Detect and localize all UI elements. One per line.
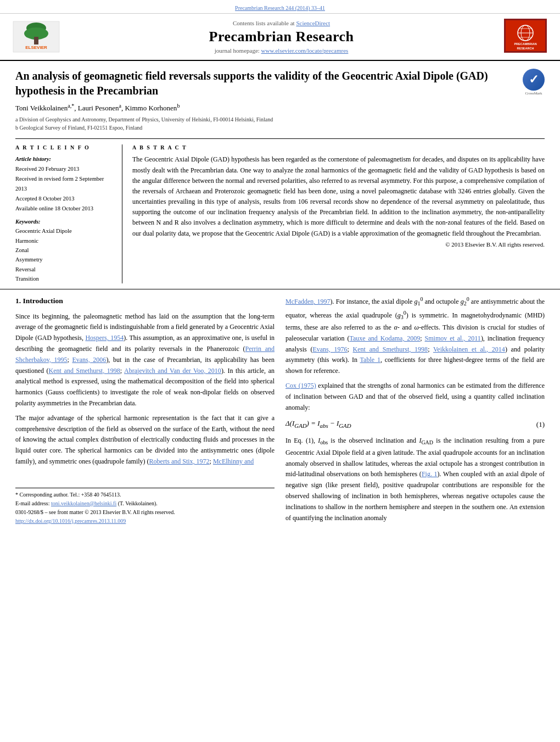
- journal-ref-bar: Precambrian Research 244 (2014) 33–41: [0, 0, 560, 14]
- author1-name: Toni Veikkolainen: [15, 104, 68, 112]
- svg-rect-3: [34, 37, 38, 44]
- abstract-paragraph: The Geocentric Axial Dipole (GAD) hypoth…: [132, 154, 545, 239]
- ref-mcfadden[interactable]: McFadden, 1997: [285, 298, 331, 305]
- equation-number: (1): [536, 419, 545, 430]
- body-col-left: 1. Introduction Since its beginning, the…: [15, 295, 275, 527]
- author3-sup: b: [177, 103, 180, 109]
- homepage-line: journal homepage: www.elsevier.com/locat…: [68, 47, 495, 54]
- history-label: Article history:: [15, 156, 51, 162]
- header-center: Contents lists available at ScienceDirec…: [62, 20, 501, 54]
- kw-6: Transition: [15, 274, 115, 283]
- precambrian-badge: PRECAMBRIAN RESEARCH: [504, 19, 547, 55]
- col-left-footer: * Corresponding author. Tel.: +358 40 76…: [15, 471, 275, 526]
- svg-text:PRECAMBRIAN: PRECAMBRIAN: [514, 42, 536, 46]
- homepage-link[interactable]: www.elsevier.com/locate/precamres: [261, 47, 349, 54]
- affil-a: a Division of Geophysics and Astronomy, …: [15, 115, 545, 124]
- intro-p3: McFadden, 1997). For instance, the axial…: [285, 295, 545, 377]
- kw-3: Zonal: [15, 246, 115, 255]
- abstract-label: A B S T R A C T: [132, 144, 545, 150]
- kw-5: Reversal: [15, 265, 115, 274]
- article-section: An analysis of geomagnetic field reversa…: [0, 61, 560, 283]
- ref-mcElhinny[interactable]: McElhinny and: [213, 458, 254, 465]
- section-divider: [0, 289, 560, 289]
- sciencedirect-link[interactable]: ScienceDirect: [296, 20, 330, 26]
- ref-smimov[interactable]: Smimov et al., 2011: [425, 334, 481, 342]
- kw-2: Harmonic: [15, 236, 115, 246]
- ref-kent2[interactable]: Kent and Smethurst, 1998: [353, 345, 428, 353]
- article-info-label: A R T I C L E I N F O: [15, 144, 115, 150]
- abstract-col: A B S T R A C T The Geocentric Axial Dip…: [132, 144, 545, 283]
- ref-fig1[interactable]: Fig. 1: [422, 470, 438, 478]
- intro-p2: The major advantage of the spherical har…: [15, 413, 275, 467]
- crossmark-icon: ✓: [523, 69, 545, 91]
- intro-section-title: Introduction: [23, 297, 63, 305]
- footnote-email-line: E-mail address: toni.veikkolainen@helsin…: [15, 499, 275, 508]
- article-info-col: A R T I C L E I N F O Article history: R…: [15, 144, 122, 283]
- elsevier-logo-svg: ELSEVIER: [12, 20, 60, 53]
- crossmark-label: CrossMark: [525, 91, 542, 96]
- ref-tauxe[interactable]: Tauxe and Kodama, 2009: [349, 334, 420, 342]
- journal-reference: Precambrian Research 244 (2014) 33–41: [235, 5, 325, 11]
- intro-section-num: 1.: [15, 297, 21, 305]
- page: Precambrian Research 244 (2014) 33–41 EL…: [0, 0, 560, 742]
- kw-1: Geocentric Axial Dipole: [15, 226, 115, 236]
- footnote-email-address[interactable]: toni.veikkolainen@helsinki.fi: [51, 500, 116, 506]
- author2-name: , Lauri Pesonen: [74, 104, 119, 112]
- ref-abrajevitch[interactable]: Abrajevitch and Van der Voo, 2010: [124, 367, 221, 375]
- article-title: An analysis of geomagnetic field reversa…: [15, 69, 523, 98]
- ref-perrin[interactable]: Perrin and Shcherbakov, 1995: [15, 345, 275, 364]
- revised-date: Received in revised form 2 September 201…: [15, 174, 115, 194]
- svg-text:ELSEVIER: ELSEVIER: [25, 45, 47, 50]
- doi-link[interactable]: http://dx.doi.org/10.1016/j.precamres.20…: [15, 518, 126, 524]
- article-history-block: Article history: Received 20 February 20…: [15, 154, 115, 213]
- copyright-line: © 2013 Elsevier B.V. All rights reserved…: [132, 241, 545, 248]
- header-main: ELSEVIER Contents lists available at Sci…: [0, 14, 560, 61]
- body-section: 1. Introduction Since its beginning, the…: [0, 295, 560, 527]
- intro-p4: Cox (1975) explained that the strengths …: [285, 381, 545, 413]
- keywords-label: Keywords:: [15, 219, 115, 225]
- ref-hospers[interactable]: Hospers, 1954: [85, 334, 124, 342]
- intro-heading: 1. Introduction: [15, 295, 275, 307]
- equation-block: Δ(IGAD) = Iabs − IGAD (1): [285, 417, 545, 431]
- received-date: Received 20 February 2013: [15, 164, 115, 174]
- kw-4: Asymmetry: [15, 255, 115, 264]
- precambrian-badge-container: PRECAMBRIAN RESEARCH: [501, 18, 550, 55]
- ref-evans2006[interactable]: Evans, 2006: [72, 356, 106, 364]
- equation-text: Δ(IGAD) = Iabs − IGAD: [285, 417, 351, 431]
- crossmark-container: ✓ CrossMark: [523, 69, 545, 96]
- accepted-date: Accepted 8 October 2013: [15, 194, 115, 204]
- abstract-text: The Geocentric Axial Dipole (GAD) hypoth…: [132, 154, 545, 239]
- journal-title: Precambrian Research: [68, 29, 495, 45]
- doi-line: http://dx.doi.org/10.1016/j.precamres.20…: [15, 517, 275, 526]
- affiliations: a Division of Geophysics and Astronomy, …: [15, 115, 545, 132]
- contents-line: Contents lists available at ScienceDirec…: [68, 20, 495, 26]
- ref-roberts[interactable]: Roberts and Stix, 1972: [149, 458, 210, 465]
- ref-table1[interactable]: Table 1: [360, 356, 380, 364]
- author1-sup: a,*: [68, 103, 74, 109]
- ref-kent[interactable]: Kent and Smethurst, 1998: [49, 367, 120, 375]
- footnote-star-line: * Corresponding author. Tel.: +358 40 76…: [15, 490, 275, 499]
- footnote-divider: [15, 488, 275, 488]
- intro-p1: Since its beginning, the paleomagnetic m…: [15, 311, 275, 409]
- author3-name: , Kimmo Korhonen: [121, 104, 177, 112]
- ref-veikkolainen[interactable]: Veikkolainen et al., 2014: [433, 345, 505, 353]
- body-col-right: McFadden, 1997). For instance, the axial…: [285, 295, 545, 527]
- issn-line: 0301-9268/$ – see front matter © 2013 El…: [15, 508, 275, 517]
- keywords-block: Keywords: Geocentric Axial Dipole Harmon…: [15, 219, 115, 283]
- authors-line: Toni Veikkolainena,*, Lauri Pesonena, Ki…: [15, 103, 545, 113]
- article-info-abstract-row: A R T I C L E I N F O Article history: R…: [15, 138, 545, 283]
- elsevier-logo-container: ELSEVIER: [10, 18, 62, 55]
- intro-p5: In Eq. (1), Iobs is the observed inclina…: [285, 436, 545, 523]
- available-date: Available online 18 October 2013: [15, 204, 115, 214]
- svg-text:RESEARCH: RESEARCH: [517, 47, 534, 50]
- ref-evans1976[interactable]: Evans, 1976: [312, 345, 347, 353]
- ref-cox[interactable]: Cox (1975): [285, 382, 316, 389]
- affil-b: b Geological Survey of Finland, FI-02151…: [15, 124, 545, 132]
- article-title-row: An analysis of geomagnetic field reversa…: [15, 69, 545, 98]
